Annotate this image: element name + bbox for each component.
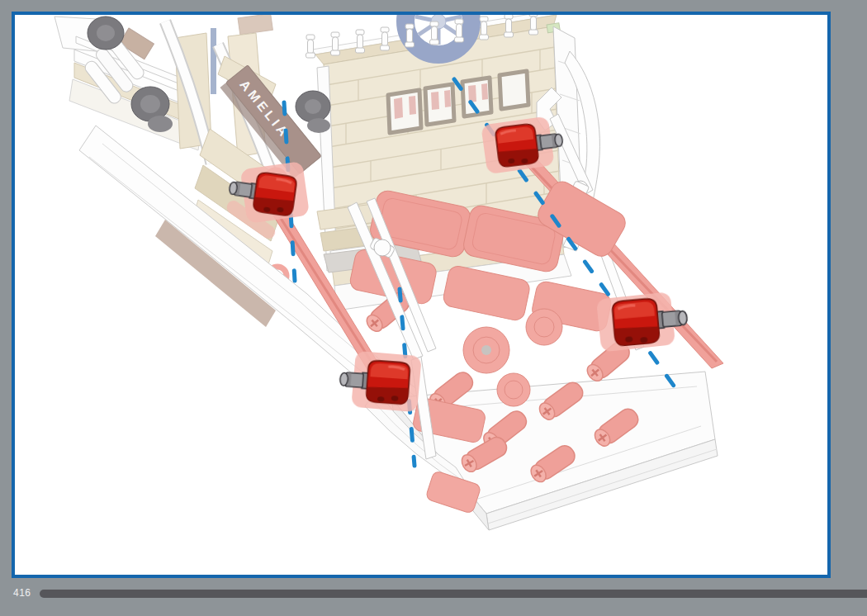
instruction-viewer: { "window": { "background_color": "#8e94… bbox=[0, 0, 867, 616]
instruction-page: AMELIA bbox=[12, 12, 831, 578]
page-number: 416 bbox=[13, 587, 38, 599]
ghost-boat-model: AMELIA bbox=[54, 15, 723, 530]
building-step-illustration: AMELIA bbox=[15, 15, 834, 581]
red-pin-part-3 bbox=[612, 296, 689, 346]
progress-bar[interactable] bbox=[40, 590, 867, 598]
rope-reel-icon bbox=[296, 91, 330, 133]
